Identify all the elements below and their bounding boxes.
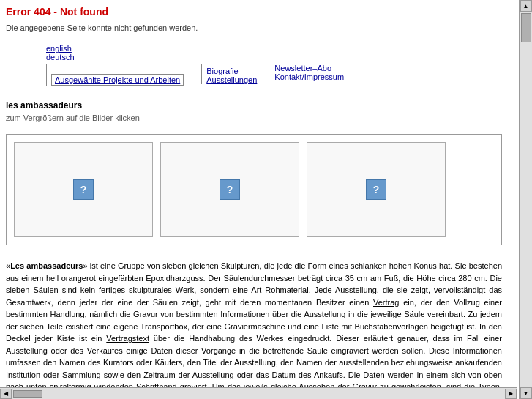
description-text: «Les ambassadeurs» ist eine Gruppe von s… xyxy=(6,260,502,399)
image-cell-2[interactable]: ? xyxy=(160,142,299,237)
scroll-right-button[interactable]: ▶ xyxy=(505,389,517,399)
scroll-down-arrow: ▼ xyxy=(523,390,529,397)
error-title: Error 404 - Not found xyxy=(6,6,502,18)
error-description: Die angegebene Seite konnte nicht gefund… xyxy=(6,23,502,32)
image-cell-3[interactable]: ? xyxy=(307,142,446,237)
scroll-right-arrow: ▶ xyxy=(509,390,513,397)
nav-newsletter-link[interactable]: Newsletter–Abo xyxy=(274,64,344,72)
scroll-left-arrow: ◀ xyxy=(4,390,8,397)
image-placeholder-2: ? xyxy=(220,179,240,200)
nav-col-newsletter: Newsletter–Abo Kontakt/Impressum xyxy=(274,64,344,81)
nav-kontakt-link[interactable]: Kontakt/Impressum xyxy=(274,72,344,81)
scroll-up-button[interactable]: ▲ xyxy=(520,0,532,12)
horizontal-scroll-thumb[interactable] xyxy=(13,390,42,398)
nav-menus: Ausgewählte Projekte und Arbeiten Biogra… xyxy=(46,64,502,86)
image-grid: ? ? ? xyxy=(6,134,502,245)
nav-col-projekte: Ausgewählte Projekte und Arbeiten xyxy=(46,64,184,86)
scroll-down-button[interactable]: ▼ xyxy=(520,387,532,399)
section-subtitle: zum Vergrößern auf die Bilder klicken xyxy=(6,113,502,122)
lang-english[interactable]: english xyxy=(46,44,502,53)
lang-selector: english deutsch xyxy=(46,44,502,61)
lang-deutsch[interactable]: deutsch xyxy=(46,53,502,61)
image-placeholder-1: ? xyxy=(73,179,94,200)
scroll-up-arrow: ▲ xyxy=(523,3,529,10)
scroll-thumb[interactable] xyxy=(521,13,531,42)
section-title: les ambassadeurs xyxy=(6,100,502,111)
image-cell-1[interactable]: ? xyxy=(14,142,153,237)
horizontal-scrollbar: ◀ ▶ xyxy=(0,387,517,399)
description-intro: «Les ambassadeurs» ist eine Gruppe von s… xyxy=(6,261,502,399)
nav-projekte-link[interactable]: Ausgewählte Projekte und Arbeiten xyxy=(51,74,184,86)
nav-col-biografie: Biografie Ausstellungen xyxy=(201,64,257,84)
nav-ausstellungen-link[interactable]: Ausstellungen xyxy=(206,75,257,84)
navigation: english deutsch Ausgewählte Projekte und… xyxy=(46,44,502,86)
scroll-left-button[interactable]: ◀ xyxy=(0,389,12,399)
vertical-scrollbar: ▲ ▼ xyxy=(519,0,532,399)
nav-biografie-link[interactable]: Biografie xyxy=(206,67,257,75)
image-placeholder-3: ? xyxy=(366,179,386,200)
